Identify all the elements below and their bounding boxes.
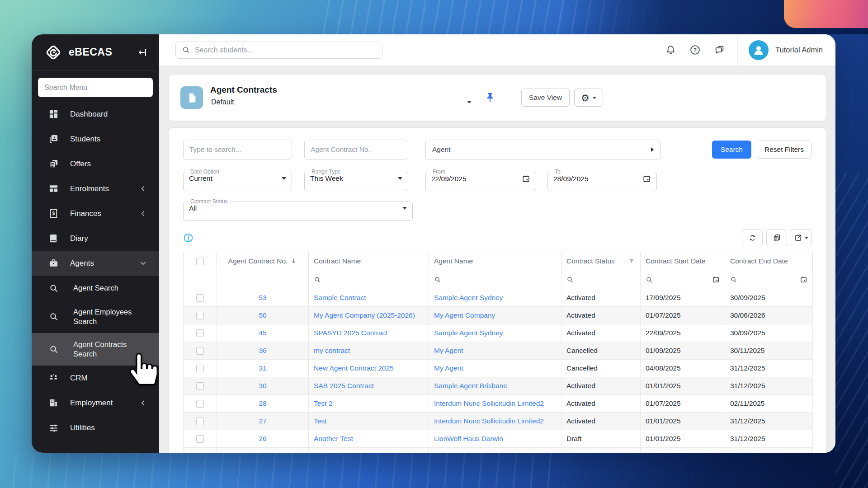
student-search-input[interactable] (195, 46, 376, 54)
date-option-select[interactable]: Date Option Current (183, 169, 292, 191)
contract-status-cell: Activated (561, 413, 641, 430)
sidebar-item-crm[interactable]: CRM (32, 366, 159, 390)
sidebar-item-offers[interactable]: Offers (32, 151, 159, 176)
contract-name-link[interactable]: SPASYD 2025 Contract (314, 329, 387, 337)
filter-row-1: Agent Search Reset Filters (183, 140, 811, 160)
sidebar-item-diary[interactable]: Diary (32, 226, 159, 251)
sidebar-item-agents[interactable]: Agents (32, 251, 159, 276)
column-header-agent-contract-no[interactable]: Agent Contract No. (217, 252, 309, 270)
calendar-icon[interactable] (642, 174, 651, 183)
contract-status-select[interactable]: Contract Status All (183, 198, 413, 221)
contract-no-link[interactable]: 28 (259, 399, 266, 407)
agent-name-link[interactable]: My Agent Company (434, 311, 495, 319)
agent-name-link[interactable]: Lantor PC (434, 452, 466, 453)
column-header-contract-end-date[interactable]: Contract End Date (725, 252, 813, 270)
sidebar-item-agent-search[interactable]: Agent Search (32, 276, 159, 300)
row-checkbox[interactable] (196, 435, 204, 443)
calendar-icon[interactable] (800, 276, 807, 283)
copy-button[interactable] (766, 229, 787, 246)
help-icon[interactable]: ? (686, 41, 704, 59)
search-button[interactable]: Search (712, 141, 751, 159)
filter-cell-contract-status[interactable] (561, 270, 641, 289)
sidebar-search-input[interactable] (38, 78, 153, 97)
agent-name-link[interactable]: Sample Agent Sydney (434, 329, 503, 337)
column-header-agent-name[interactable]: Agent Name (429, 252, 561, 270)
filter-cell-start-date[interactable] (641, 270, 725, 289)
agent-name-link[interactable]: Interdum Nunc Sollicitudin Limited2 (434, 417, 544, 425)
to-date-field[interactable]: To 28/09/2025 (547, 169, 657, 191)
contract-name-link[interactable]: Sample Contract (314, 294, 366, 301)
sidebar-item-employment[interactable]: Employment (32, 390, 159, 415)
type-to-search-input[interactable] (183, 140, 292, 160)
agent-name-link[interactable]: LionWolf Haus Darwin (434, 435, 503, 442)
filter-cell-contract-no[interactable] (217, 270, 309, 289)
contract-name-link[interactable]: SAB 2025 Contract (314, 382, 374, 389)
select-all-checkbox[interactable] (196, 258, 204, 265)
row-checkbox[interactable] (196, 382, 204, 390)
agent-name-link[interactable]: Sample Agent Brisbane (434, 382, 507, 389)
contract-name-link[interactable]: Test (314, 417, 326, 425)
refresh-button[interactable] (742, 229, 763, 246)
filter-cell-contract-name[interactable] (309, 270, 429, 289)
calendar-icon[interactable] (712, 276, 720, 283)
contract-name-link[interactable]: Another Test (314, 435, 353, 442)
row-checkbox[interactable] (196, 365, 204, 372)
contract-end-cell: 30/09/2025 (725, 324, 813, 342)
row-checkbox[interactable] (196, 294, 204, 302)
contract-no-link[interactable]: 26 (259, 435, 266, 442)
agent-name-link[interactable]: Sample Agent Sydney (434, 294, 503, 301)
contract-no-link[interactable]: 36 (259, 347, 266, 354)
filter-funnel-icon[interactable] (628, 258, 635, 265)
sidebar-item-dashboard[interactable]: Dashboard (32, 102, 159, 127)
contract-name-link[interactable]: Test (314, 452, 326, 453)
sidebar-item-agent-employees-search[interactable]: Agent Employees Search (32, 300, 159, 333)
calendar-icon[interactable] (522, 174, 530, 183)
row-checkbox[interactable] (196, 418, 204, 425)
row-checkbox[interactable] (196, 312, 204, 319)
export-button[interactable] (791, 229, 811, 246)
column-header-contract-start-date[interactable]: Contract Start Date (641, 252, 725, 270)
notifications-bell-icon[interactable] (661, 41, 679, 59)
contract-name-link[interactable]: my contract (314, 347, 350, 354)
agent-name-link[interactable]: My Agent (434, 364, 463, 372)
column-header-contract-name[interactable]: Contract Name (309, 252, 429, 270)
contract-name-link[interactable]: New Agent Contract 2025 (314, 364, 394, 372)
sidebar-item-enrolments[interactable]: Enrolments (32, 176, 159, 201)
pin-icon[interactable] (484, 92, 496, 103)
contract-end-cell: 31/12/2025 (725, 377, 813, 395)
contract-no-link[interactable]: 30 (259, 382, 266, 389)
agent-name-link[interactable]: My Agent (434, 347, 463, 354)
contracts-table: Agent Contract No.Contract NameAgent Nam… (183, 252, 813, 453)
contract-no-link[interactable]: 22 (259, 452, 266, 453)
contract-no-link[interactable]: 50 (259, 311, 266, 319)
info-icon[interactable] (183, 233, 193, 243)
row-checkbox[interactable] (196, 400, 204, 408)
save-view-button[interactable]: Save View (521, 89, 570, 107)
contract-name-link[interactable]: Test 2 (314, 399, 332, 407)
sidebar-item-utilities[interactable]: Utilities (32, 415, 159, 440)
sidebar-item-finances[interactable]: $Finances (32, 201, 159, 226)
contract-name-link[interactable]: My Agent Company (2025-2026) (314, 311, 415, 319)
view-select[interactable]: Default (210, 95, 472, 110)
range-type-select[interactable]: Range Type This Week (304, 169, 408, 191)
sidebar-item-students[interactable]: Students (32, 127, 159, 151)
agent-contract-no-input[interactable] (304, 140, 408, 160)
contract-no-link[interactable]: 45 (259, 329, 266, 337)
filter-cell-end-date[interactable] (725, 270, 813, 289)
filter-cell-agent-name[interactable] (429, 270, 561, 289)
agent-name-link[interactable]: Interdum Nunc Sollicitudin Limited2 (434, 399, 544, 407)
sidebar-collapse-icon[interactable] (136, 46, 149, 59)
contract-no-link[interactable]: 53 (259, 294, 266, 301)
sidebar-item-agent-contracts-search[interactable]: Agent Contracts Search (32, 333, 159, 366)
row-checkbox[interactable] (196, 329, 204, 337)
row-checkbox[interactable] (196, 347, 204, 355)
from-date-field[interactable]: From 22/09/2025 (425, 169, 536, 191)
contract-no-link[interactable]: 27 (259, 417, 266, 425)
reset-filters-button[interactable]: Reset Filters (757, 141, 811, 159)
settings-gear-button[interactable]: ⚙ (574, 89, 603, 107)
agent-select[interactable]: Agent (425, 140, 660, 160)
feedback-chat-icon[interactable] (710, 41, 728, 59)
column-header-contract-status[interactable]: Contract Status (561, 252, 641, 270)
user-avatar[interactable] (749, 40, 769, 60)
contract-no-link[interactable]: 31 (259, 364, 266, 372)
